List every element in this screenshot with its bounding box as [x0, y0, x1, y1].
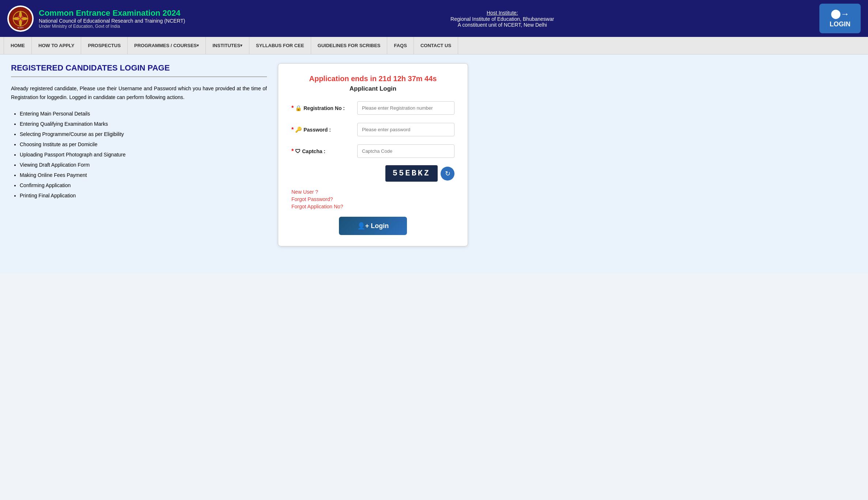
- captcha-image: 55EBKZ: [385, 165, 438, 182]
- list-item: Printing Final Application: [20, 190, 267, 201]
- nav-faqs[interactable]: FAQs: [387, 37, 414, 54]
- host-institute-link[interactable]: Host Institute:: [487, 10, 518, 16]
- captcha-row: * 🛡 Captcha :: [291, 144, 454, 158]
- required-star-captcha: *: [291, 148, 294, 155]
- refresh-icon: ↻: [445, 170, 450, 178]
- actions-list: Entering Main Personal Details Entering …: [11, 109, 267, 201]
- registration-label: * 🔒 Registration No :: [291, 105, 354, 111]
- forgot-app-no-link[interactable]: Forgot Application No?: [291, 204, 454, 209]
- add-user-icon: 👤+: [357, 222, 371, 230]
- registration-row: * 🔒 Registration No :: [291, 101, 454, 115]
- nav-contact-us[interactable]: CONTACT US: [414, 37, 458, 54]
- header-title: Common Entrance Examination 2024: [39, 8, 185, 18]
- main-content: REGISTERED CANDIDATES LOGIN PAGE Already…: [0, 54, 868, 274]
- required-star-pass: *: [291, 126, 294, 133]
- captcha-label-text: Captcha :: [302, 148, 325, 154]
- registration-input[interactable]: [357, 101, 454, 115]
- registration-label-text: Registration No :: [303, 105, 345, 111]
- header-login-button[interactable]: ⬤→ LOGIN: [819, 4, 861, 33]
- forgot-password-link[interactable]: Forgot Password?: [291, 196, 454, 202]
- lock-icon: 🔒: [295, 105, 302, 111]
- nav-syllabus[interactable]: SYLLABUS for CEE: [249, 37, 311, 54]
- login-arrow-icon: ⬤→: [831, 9, 849, 19]
- login-submit-button[interactable]: 👤+ Login: [339, 217, 407, 235]
- new-user-link[interactable]: New User ?: [291, 189, 454, 195]
- intro-text: Already registered candidate, Please use…: [11, 84, 267, 102]
- captcha-input[interactable]: [357, 144, 454, 158]
- svg-text:NCERT: NCERT: [17, 27, 23, 29]
- list-item: Entering Qualifying Examination Marks: [20, 119, 267, 129]
- login-button-label: Login: [371, 222, 389, 230]
- header: NCERT Common Entrance Examination 2024 N…: [0, 0, 868, 37]
- links-section: New User ? Forgot Password? Forgot Appli…: [291, 189, 454, 209]
- nav-prospectus[interactable]: PROSPECTUS: [81, 37, 128, 54]
- left-panel: REGISTERED CANDIDATES LOGIN PAGE Already…: [11, 63, 267, 265]
- list-item: Selecting Programme/Course as per Eligib…: [20, 129, 267, 139]
- header-sub2: Under Ministry of Education, Govt of Ind…: [39, 24, 185, 29]
- nav-home[interactable]: HOME: [4, 37, 32, 54]
- header-login-label: LOGIN: [830, 20, 850, 28]
- header-subtitle: National Council of Educational Research…: [39, 18, 185, 24]
- captcha-image-row: 55EBKZ ↻: [291, 165, 454, 182]
- page-title: REGISTERED CANDIDATES LOGIN PAGE: [11, 63, 267, 77]
- header-center: Host Institute: Regional Institute of Ed…: [185, 10, 820, 28]
- navigation: HOME HOW TO APPLY PROSPECTUS PROGRAMMES …: [0, 37, 868, 54]
- application-timer: Application ends in 21d 12h 37m 44s: [291, 75, 454, 83]
- nav-how-to-apply[interactable]: HOW TO APPLY: [32, 37, 81, 54]
- list-item: Uploading Passport Photograph and Signat…: [20, 149, 267, 160]
- password-input[interactable]: [357, 123, 454, 136]
- login-card: Application ends in 21d 12h 37m 44s Appl…: [278, 63, 468, 246]
- list-item: Viewing Draft Application Form: [20, 160, 267, 170]
- host-name: Regional Institute of Education, Bhubane…: [185, 16, 820, 22]
- key-icon: 🔑: [295, 126, 302, 133]
- applicant-login-title: Applicant Login: [291, 85, 454, 92]
- list-item: Making Online Fees Payment: [20, 170, 267, 180]
- list-item: Confirming Application: [20, 180, 267, 190]
- host-sub: A constituent unit of NCERT, New Delhi: [185, 22, 820, 28]
- header-text: Common Entrance Examination 2024 Nationa…: [39, 8, 185, 29]
- required-star-reg: *: [291, 105, 294, 111]
- password-label-text: Password :: [303, 127, 331, 133]
- captcha-refresh-button[interactable]: ↻: [441, 167, 454, 181]
- shield-icon: 🛡: [295, 148, 301, 154]
- ncert-logo: NCERT: [7, 5, 34, 32]
- password-label: * 🔑 Password :: [291, 126, 354, 133]
- logo-inner: NCERT: [9, 7, 32, 30]
- header-left: NCERT Common Entrance Examination 2024 N…: [7, 5, 185, 32]
- list-item: Choosing Institute as per Domicile: [20, 139, 267, 149]
- nav-programmes-courses[interactable]: PROGRAMMES / COURSES: [128, 37, 206, 54]
- password-row: * 🔑 Password :: [291, 123, 454, 136]
- captcha-label: * 🛡 Captcha :: [291, 148, 354, 155]
- nav-institutes[interactable]: INSTITUTES: [206, 37, 249, 54]
- list-item: Entering Main Personal Details: [20, 109, 267, 119]
- nav-guidelines[interactable]: GUIDELINES FOR SCRIBES: [311, 37, 388, 54]
